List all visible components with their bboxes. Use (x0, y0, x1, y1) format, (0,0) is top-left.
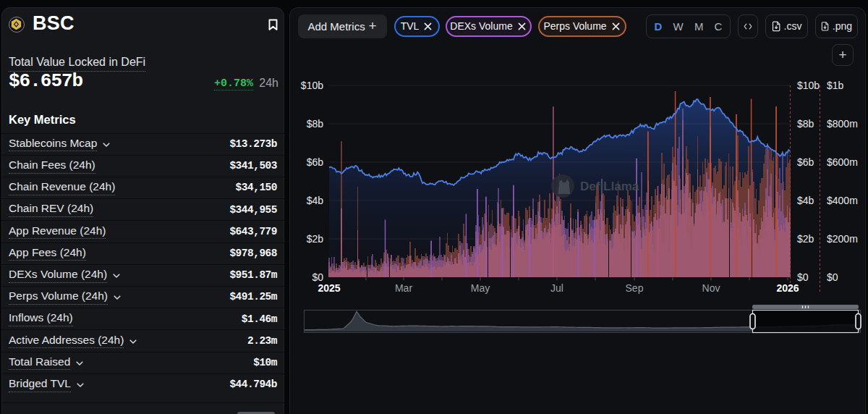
svg-text:$1b: $1b (827, 80, 844, 91)
svg-text:Sep: Sep (625, 282, 643, 294)
svg-text:$400m: $400m (827, 195, 858, 206)
svg-text:$0: $0 (312, 271, 323, 283)
svg-text:$8b: $8b (306, 118, 323, 130)
svg-text:$0: $0 (797, 271, 809, 283)
svg-text:$6b: $6b (306, 156, 323, 168)
svg-text:$4b: $4b (306, 195, 323, 206)
svg-text:2025: 2025 (318, 282, 340, 294)
svg-text:$200m: $200m (827, 233, 858, 245)
svg-text:$10b: $10b (797, 80, 820, 91)
svg-text:$2b: $2b (797, 233, 814, 245)
svg-text:DefiLlama: DefiLlama (580, 179, 639, 193)
svg-text:$2b: $2b (306, 233, 323, 245)
svg-text:$4b: $4b (797, 195, 814, 206)
svg-text:$0: $0 (827, 271, 838, 283)
svg-text:$6b: $6b (797, 156, 814, 168)
svg-text:$10b: $10b (300, 80, 323, 91)
svg-text:$800m: $800m (827, 118, 858, 130)
svg-text:Mar: Mar (394, 282, 412, 294)
svg-text:Nov: Nov (702, 282, 720, 294)
svg-text:2026: 2026 (776, 282, 799, 294)
svg-text:$8b: $8b (797, 118, 814, 130)
svg-text:May: May (470, 282, 489, 294)
svg-text:$600m: $600m (827, 156, 858, 168)
svg-text:Jul: Jul (550, 282, 563, 294)
